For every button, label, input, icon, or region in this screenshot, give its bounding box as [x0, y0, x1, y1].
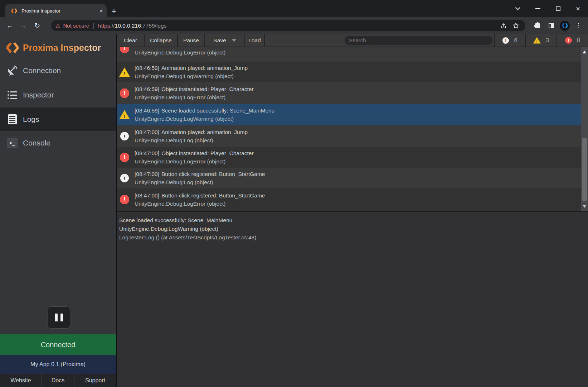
info-icon: ! — [502, 37, 509, 44]
tab-close-icon[interactable]: × — [99, 8, 103, 14]
maximize-button[interactable] — [548, 0, 568, 17]
log-stack: UnityEngine.Debug:Log (object) — [135, 136, 248, 144]
browser-navbar: ← → ↻ ⚠ Not secure https://10.0.0.216:77… — [0, 17, 588, 34]
collapse-button[interactable]: Collapse — [145, 34, 178, 47]
log-entry[interactable]: ! UnityEngine.Debug:LogError (object) — [117, 47, 581, 62]
warning-icon: ! — [119, 67, 130, 77]
log-stack: UnityEngine.Debug:LogWarning (object) — [135, 115, 274, 123]
save-button[interactable]: Save — [205, 34, 245, 47]
scrollbar[interactable] — [581, 47, 588, 211]
save-dropdown-icon[interactable] — [232, 39, 236, 42]
log-message: [08:47:00]Button click registered: Butto… — [135, 191, 265, 200]
new-tab-button[interactable]: + — [112, 7, 116, 16]
not-secure-label[interactable]: Not secure — [63, 23, 89, 29]
log-list: ! UnityEngine.Debug:LogError (object) ! … — [117, 47, 588, 211]
sidebar-item-connection[interactable]: Connection — [0, 59, 116, 82]
app-logo: Proxima Inspector — [6, 42, 101, 54]
app-title: Proxima Inspector — [23, 43, 101, 53]
error-count-filter[interactable]: ! 8 — [557, 34, 588, 47]
satellite-icon — [6, 65, 18, 76]
profile-avatar[interactable] — [558, 21, 572, 31]
log-message: [08:46:59]Object instantiated: Player_Ch… — [135, 85, 254, 93]
logs-panel: Clear Collapse Pause Save Load ! 6 ! 3 — [117, 34, 588, 387]
connection-status-badge: Connected — [0, 334, 116, 355]
pause-button[interactable]: Pause — [178, 34, 205, 47]
proxima-favicon-icon — [11, 8, 17, 14]
error-icon: ! — [120, 47, 129, 53]
search-input[interactable] — [345, 36, 492, 45]
error-icon: ! — [120, 195, 129, 204]
log-entry[interactable]: ! [08:46:59]Object instantiated: Player_… — [117, 82, 581, 104]
tab-title: Proxima Inspector — [21, 8, 99, 14]
forward-button[interactable]: → — [17, 17, 30, 34]
info-icon: ! — [120, 132, 129, 140]
log-entry[interactable]: ! [08:47:00]Animation played: animation_… — [117, 125, 581, 147]
address-divider — [93, 23, 94, 29]
bookmark-star-icon[interactable] — [510, 22, 522, 29]
website-link[interactable]: Website — [0, 374, 42, 387]
log-message: [08:47:00]Button click registered: Butto… — [135, 170, 265, 178]
sidebar-item-inspector[interactable]: Inspector — [0, 83, 116, 107]
log-entry[interactable]: ! [08:46:59]Animation played: animation_… — [117, 62, 581, 82]
list-icon — [6, 91, 18, 99]
log-detail-panel: Scene loaded successfully: Scene_MainMen… — [117, 212, 588, 387]
support-link[interactable]: Support — [74, 374, 116, 387]
log-stack: UnityEngine.Debug:Log (object) — [135, 178, 265, 186]
sidebar-item-console[interactable]: >_ Console — [0, 131, 116, 155]
sidebar: Proxima Inspector Connection — [0, 34, 116, 387]
scrollbar-thumb[interactable] — [582, 138, 587, 201]
pause-stream-button[interactable] — [48, 306, 70, 329]
url-text: https://10.0.0.216:7759/logs — [98, 23, 166, 29]
scroll-down-icon[interactable] — [583, 205, 586, 208]
tab-strip: Proxima Inspector × + × — [0, 0, 588, 17]
detail-stack-line: UnityEngine.Debug:LogWarning (object) — [119, 225, 584, 233]
log-message: [08:46:59]Scene loaded successfully: Sce… — [135, 106, 274, 115]
window-close-button[interactable]: × — [568, 0, 588, 17]
log-stack: UnityEngine.Debug:LogWarning (object) — [135, 72, 248, 80]
log-message: [08:46:59]Animation played: animation_Ju… — [135, 64, 248, 72]
address-bar[interactable]: ⚠ Not secure https://10.0.0.216:7759/log… — [51, 20, 525, 31]
error-icon: ! — [120, 153, 129, 162]
load-button[interactable]: Load — [245, 34, 265, 47]
log-entry[interactable]: ! [08:47:00]Object instantiated: Player_… — [117, 147, 581, 168]
log-entry[interactable]: ! [08:47:00]Button click registered: But… — [117, 188, 581, 211]
app-info-bar: My App 0.1 (Proxima) — [0, 355, 116, 374]
log-entry[interactable]: ! [08:47:00]Button click registered: But… — [117, 168, 581, 188]
log-stack: UnityEngine.Debug:LogError (object) — [135, 157, 254, 166]
back-button[interactable]: ← — [3, 17, 16, 34]
not-secure-warning-icon: ⚠ — [55, 23, 60, 29]
log-stack: UnityEngine.Debug:LogError (object) — [135, 93, 254, 101]
docs-link[interactable]: Docs — [42, 374, 74, 387]
log-stack: UnityEngine.Debug:LogError (object) — [135, 200, 265, 208]
info-count: 6 — [514, 37, 517, 44]
extensions-puzzle-icon[interactable] — [531, 23, 544, 28]
tab-search-chevron-icon[interactable] — [508, 0, 528, 17]
side-panel-icon[interactable] — [544, 23, 558, 28]
logs-toolbar: Clear Collapse Pause Save Load ! 6 ! 3 — [117, 34, 588, 47]
sidebar-item-label: Logs — [23, 115, 39, 124]
warning-icon: ! — [533, 37, 541, 44]
terminal-icon: >_ — [6, 138, 18, 148]
sidebar-footer: Website Docs Support — [0, 374, 116, 387]
log-stack: UnityEngine.Debug:LogError (object) — [135, 48, 225, 57]
info-count-filter[interactable]: ! 6 — [494, 34, 525, 47]
detail-source-line: LogTester:Log () (at Assets/TestScripts/… — [119, 233, 584, 242]
log-message: [08:47:00]Animation played: animation_Ju… — [135, 128, 248, 136]
document-icon — [6, 114, 18, 124]
proxima-logo-icon — [6, 42, 19, 54]
log-message: [08:47:00]Object instantiated: Player_Ch… — [135, 149, 254, 157]
sidebar-item-logs[interactable]: Logs — [0, 108, 116, 131]
browser-menu-icon[interactable]: ⋮ — [572, 22, 585, 29]
clear-button[interactable]: Clear — [117, 34, 145, 47]
browser-tab[interactable]: Proxima Inspector × — [5, 4, 107, 17]
share-icon[interactable] — [497, 23, 510, 29]
log-entry-selected[interactable]: ! [08:46:59]Scene loaded successfully: S… — [117, 104, 581, 125]
warning-count-filter[interactable]: ! 3 — [525, 34, 557, 47]
reload-button[interactable]: ↻ — [31, 17, 44, 34]
error-icon: ! — [565, 37, 572, 44]
sidebar-item-label: Connection — [23, 66, 61, 75]
warning-count: 3 — [546, 37, 549, 44]
scroll-up-icon[interactable] — [583, 51, 586, 53]
minimize-button[interactable] — [528, 0, 548, 17]
sidebar-item-label: Inspector — [23, 91, 54, 99]
